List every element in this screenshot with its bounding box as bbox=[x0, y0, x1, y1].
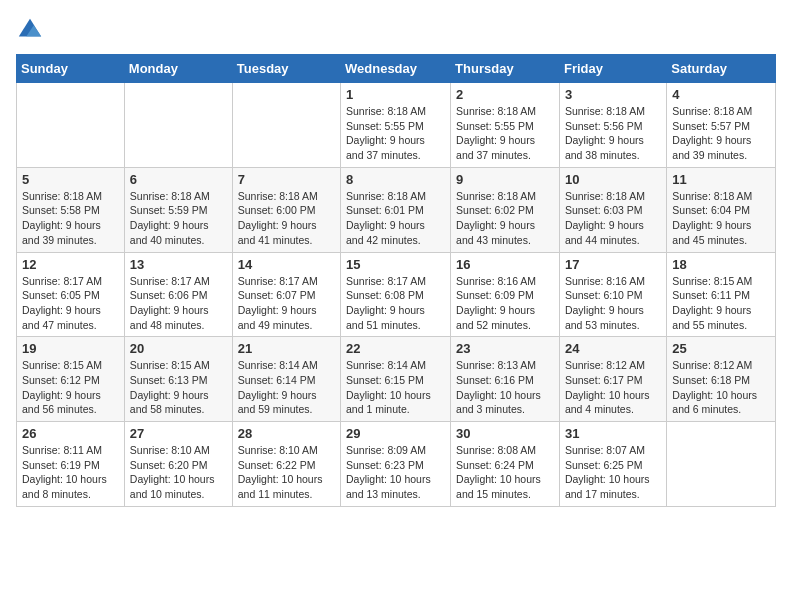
day-number: 10 bbox=[565, 172, 661, 187]
day-info: Sunrise: 8:18 AM Sunset: 6:04 PM Dayligh… bbox=[672, 189, 770, 248]
day-info: Sunrise: 8:09 AM Sunset: 6:23 PM Dayligh… bbox=[346, 443, 445, 502]
day-number: 20 bbox=[130, 341, 227, 356]
day-info: Sunrise: 8:15 AM Sunset: 6:13 PM Dayligh… bbox=[130, 358, 227, 417]
day-number: 6 bbox=[130, 172, 227, 187]
calendar-cell: 5Sunrise: 8:18 AM Sunset: 5:58 PM Daylig… bbox=[17, 167, 125, 252]
day-number: 5 bbox=[22, 172, 119, 187]
calendar-cell: 4Sunrise: 8:18 AM Sunset: 5:57 PM Daylig… bbox=[667, 83, 776, 168]
day-number: 15 bbox=[346, 257, 445, 272]
day-number: 26 bbox=[22, 426, 119, 441]
day-number: 17 bbox=[565, 257, 661, 272]
calendar-cell: 13Sunrise: 8:17 AM Sunset: 6:06 PM Dayli… bbox=[124, 252, 232, 337]
day-number: 19 bbox=[22, 341, 119, 356]
day-info: Sunrise: 8:17 AM Sunset: 6:06 PM Dayligh… bbox=[130, 274, 227, 333]
calendar-cell: 7Sunrise: 8:18 AM Sunset: 6:00 PM Daylig… bbox=[232, 167, 340, 252]
day-header-sunday: Sunday bbox=[17, 55, 125, 83]
day-info: Sunrise: 8:14 AM Sunset: 6:14 PM Dayligh… bbox=[238, 358, 335, 417]
calendar-cell bbox=[232, 83, 340, 168]
day-info: Sunrise: 8:18 AM Sunset: 5:57 PM Dayligh… bbox=[672, 104, 770, 163]
day-info: Sunrise: 8:15 AM Sunset: 6:12 PM Dayligh… bbox=[22, 358, 119, 417]
day-number: 22 bbox=[346, 341, 445, 356]
calendar-cell: 20Sunrise: 8:15 AM Sunset: 6:13 PM Dayli… bbox=[124, 337, 232, 422]
day-info: Sunrise: 8:16 AM Sunset: 6:09 PM Dayligh… bbox=[456, 274, 554, 333]
day-info: Sunrise: 8:18 AM Sunset: 6:03 PM Dayligh… bbox=[565, 189, 661, 248]
calendar-cell bbox=[17, 83, 125, 168]
day-number: 24 bbox=[565, 341, 661, 356]
calendar-cell: 31Sunrise: 8:07 AM Sunset: 6:25 PM Dayli… bbox=[559, 422, 666, 507]
day-info: Sunrise: 8:11 AM Sunset: 6:19 PM Dayligh… bbox=[22, 443, 119, 502]
calendar-cell: 12Sunrise: 8:17 AM Sunset: 6:05 PM Dayli… bbox=[17, 252, 125, 337]
day-info: Sunrise: 8:13 AM Sunset: 6:16 PM Dayligh… bbox=[456, 358, 554, 417]
calendar-table: SundayMondayTuesdayWednesdayThursdayFrid… bbox=[16, 54, 776, 507]
calendar-cell: 29Sunrise: 8:09 AM Sunset: 6:23 PM Dayli… bbox=[341, 422, 451, 507]
day-number: 3 bbox=[565, 87, 661, 102]
day-number: 18 bbox=[672, 257, 770, 272]
day-number: 11 bbox=[672, 172, 770, 187]
day-number: 13 bbox=[130, 257, 227, 272]
day-number: 4 bbox=[672, 87, 770, 102]
calendar-cell: 26Sunrise: 8:11 AM Sunset: 6:19 PM Dayli… bbox=[17, 422, 125, 507]
day-info: Sunrise: 8:07 AM Sunset: 6:25 PM Dayligh… bbox=[565, 443, 661, 502]
day-info: Sunrise: 8:18 AM Sunset: 5:56 PM Dayligh… bbox=[565, 104, 661, 163]
calendar-cell: 6Sunrise: 8:18 AM Sunset: 5:59 PM Daylig… bbox=[124, 167, 232, 252]
day-info: Sunrise: 8:12 AM Sunset: 6:18 PM Dayligh… bbox=[672, 358, 770, 417]
day-info: Sunrise: 8:17 AM Sunset: 6:07 PM Dayligh… bbox=[238, 274, 335, 333]
day-info: Sunrise: 8:17 AM Sunset: 6:05 PM Dayligh… bbox=[22, 274, 119, 333]
day-number: 7 bbox=[238, 172, 335, 187]
calendar-cell: 2Sunrise: 8:18 AM Sunset: 5:55 PM Daylig… bbox=[451, 83, 560, 168]
calendar-cell: 19Sunrise: 8:15 AM Sunset: 6:12 PM Dayli… bbox=[17, 337, 125, 422]
day-info: Sunrise: 8:18 AM Sunset: 5:58 PM Dayligh… bbox=[22, 189, 119, 248]
calendar-cell: 21Sunrise: 8:14 AM Sunset: 6:14 PM Dayli… bbox=[232, 337, 340, 422]
day-number: 30 bbox=[456, 426, 554, 441]
day-info: Sunrise: 8:18 AM Sunset: 5:55 PM Dayligh… bbox=[346, 104, 445, 163]
day-number: 1 bbox=[346, 87, 445, 102]
calendar-cell: 10Sunrise: 8:18 AM Sunset: 6:03 PM Dayli… bbox=[559, 167, 666, 252]
day-info: Sunrise: 8:18 AM Sunset: 6:00 PM Dayligh… bbox=[238, 189, 335, 248]
day-info: Sunrise: 8:18 AM Sunset: 6:02 PM Dayligh… bbox=[456, 189, 554, 248]
calendar-cell: 24Sunrise: 8:12 AM Sunset: 6:17 PM Dayli… bbox=[559, 337, 666, 422]
day-number: 28 bbox=[238, 426, 335, 441]
day-info: Sunrise: 8:18 AM Sunset: 5:55 PM Dayligh… bbox=[456, 104, 554, 163]
day-number: 21 bbox=[238, 341, 335, 356]
day-number: 23 bbox=[456, 341, 554, 356]
calendar-cell: 9Sunrise: 8:18 AM Sunset: 6:02 PM Daylig… bbox=[451, 167, 560, 252]
day-info: Sunrise: 8:16 AM Sunset: 6:10 PM Dayligh… bbox=[565, 274, 661, 333]
day-info: Sunrise: 8:18 AM Sunset: 5:59 PM Dayligh… bbox=[130, 189, 227, 248]
day-info: Sunrise: 8:08 AM Sunset: 6:24 PM Dayligh… bbox=[456, 443, 554, 502]
day-info: Sunrise: 8:12 AM Sunset: 6:17 PM Dayligh… bbox=[565, 358, 661, 417]
day-info: Sunrise: 8:15 AM Sunset: 6:11 PM Dayligh… bbox=[672, 274, 770, 333]
day-header-tuesday: Tuesday bbox=[232, 55, 340, 83]
day-header-wednesday: Wednesday bbox=[341, 55, 451, 83]
day-info: Sunrise: 8:18 AM Sunset: 6:01 PM Dayligh… bbox=[346, 189, 445, 248]
week-row-1: 1Sunrise: 8:18 AM Sunset: 5:55 PM Daylig… bbox=[17, 83, 776, 168]
day-header-thursday: Thursday bbox=[451, 55, 560, 83]
day-headers-row: SundayMondayTuesdayWednesdayThursdayFrid… bbox=[17, 55, 776, 83]
week-row-2: 5Sunrise: 8:18 AM Sunset: 5:58 PM Daylig… bbox=[17, 167, 776, 252]
week-row-5: 26Sunrise: 8:11 AM Sunset: 6:19 PM Dayli… bbox=[17, 422, 776, 507]
day-number: 16 bbox=[456, 257, 554, 272]
logo-icon bbox=[16, 16, 44, 44]
calendar-cell: 14Sunrise: 8:17 AM Sunset: 6:07 PM Dayli… bbox=[232, 252, 340, 337]
day-header-monday: Monday bbox=[124, 55, 232, 83]
calendar-cell: 16Sunrise: 8:16 AM Sunset: 6:09 PM Dayli… bbox=[451, 252, 560, 337]
day-info: Sunrise: 8:14 AM Sunset: 6:15 PM Dayligh… bbox=[346, 358, 445, 417]
calendar-cell: 23Sunrise: 8:13 AM Sunset: 6:16 PM Dayli… bbox=[451, 337, 560, 422]
calendar-cell bbox=[124, 83, 232, 168]
day-number: 29 bbox=[346, 426, 445, 441]
day-info: Sunrise: 8:10 AM Sunset: 6:20 PM Dayligh… bbox=[130, 443, 227, 502]
day-number: 14 bbox=[238, 257, 335, 272]
calendar-cell: 18Sunrise: 8:15 AM Sunset: 6:11 PM Dayli… bbox=[667, 252, 776, 337]
day-header-saturday: Saturday bbox=[667, 55, 776, 83]
day-number: 9 bbox=[456, 172, 554, 187]
page-header bbox=[16, 16, 776, 44]
day-info: Sunrise: 8:10 AM Sunset: 6:22 PM Dayligh… bbox=[238, 443, 335, 502]
calendar-cell: 17Sunrise: 8:16 AM Sunset: 6:10 PM Dayli… bbox=[559, 252, 666, 337]
day-number: 2 bbox=[456, 87, 554, 102]
day-header-friday: Friday bbox=[559, 55, 666, 83]
calendar-cell: 1Sunrise: 8:18 AM Sunset: 5:55 PM Daylig… bbox=[341, 83, 451, 168]
week-row-3: 12Sunrise: 8:17 AM Sunset: 6:05 PM Dayli… bbox=[17, 252, 776, 337]
calendar-cell: 27Sunrise: 8:10 AM Sunset: 6:20 PM Dayli… bbox=[124, 422, 232, 507]
day-number: 27 bbox=[130, 426, 227, 441]
calendar-cell: 3Sunrise: 8:18 AM Sunset: 5:56 PM Daylig… bbox=[559, 83, 666, 168]
calendar-cell: 28Sunrise: 8:10 AM Sunset: 6:22 PM Dayli… bbox=[232, 422, 340, 507]
